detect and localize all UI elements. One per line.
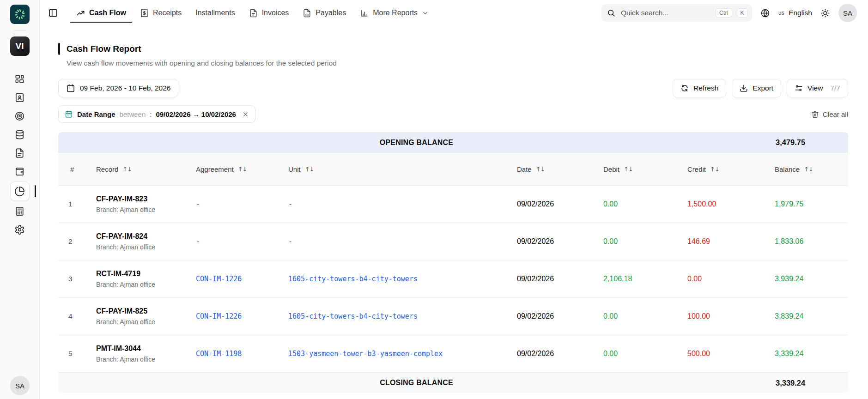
tab-invoices[interactable]: Invoices xyxy=(242,0,296,26)
sidebar-item-dashboard[interactable] xyxy=(10,70,30,88)
sidebar-item-settings[interactable] xyxy=(10,220,30,239)
table-row: 2 CF-PAY-IM-824 Branch: Ajman office - -… xyxy=(58,223,848,260)
sidebar-item-wallet[interactable] xyxy=(10,162,30,181)
agreement-link[interactable]: - xyxy=(196,200,288,208)
agreement-link[interactable]: - xyxy=(196,237,288,246)
closing-balance-label: CLOSING BALANCE xyxy=(58,379,775,387)
sidebar-nav xyxy=(10,70,30,239)
globe-button[interactable] xyxy=(760,8,770,18)
date-range-button[interactable]: 09 Feb, 2026 - 10 Feb, 2026 xyxy=(58,79,178,97)
sidebar-item-documents[interactable] xyxy=(10,144,30,162)
wallet-icon xyxy=(14,166,25,177)
refresh-button[interactable]: Refresh xyxy=(673,79,726,97)
app-logo[interactable] xyxy=(10,5,30,24)
sidebar-item-database[interactable] xyxy=(10,125,30,144)
calculator-icon xyxy=(14,206,25,217)
closing-balance-value: 3,339.24 xyxy=(775,379,848,387)
tab-label: Cash Flow xyxy=(89,9,126,17)
user-avatar[interactable]: SA xyxy=(838,4,857,22)
title-block: Cash Flow Report View cash flow movement… xyxy=(58,43,848,67)
view-button[interactable]: View 7/7 xyxy=(787,79,848,97)
tab-receipts[interactable]: Receipts xyxy=(133,0,188,26)
unit-link[interactable]: - xyxy=(288,200,517,208)
record-cell: RCT-IM-4719 Branch: Ajman office xyxy=(96,270,196,288)
quick-search[interactable]: Ctrl K xyxy=(601,4,752,22)
column-header-debit[interactable]: Debit↑↓ xyxy=(603,165,687,173)
column-header-unit[interactable]: Unit↑↓ xyxy=(288,165,517,173)
unit-link[interactable]: 1503-yasmeen-tower-b3-yasmeen-complex xyxy=(288,350,517,358)
search-input[interactable] xyxy=(620,8,711,18)
filter-value: 09/02/2026 → 10/02/2026 xyxy=(156,110,236,118)
table-row: 4 CF-PAY-IM-825 Branch: Ajman office CON… xyxy=(58,297,848,335)
sidebar-item-target[interactable] xyxy=(10,107,30,125)
globe-icon xyxy=(760,8,770,18)
language-selector[interactable]: us English xyxy=(778,9,812,17)
column-header-credit[interactable]: Credit↑↓ xyxy=(687,165,775,173)
tab-label: Receipts xyxy=(153,9,182,17)
sidebar-toggle-button[interactable] xyxy=(48,8,58,18)
record-branch: Branch: Ajman office xyxy=(96,281,196,288)
date-range-label: 09 Feb, 2026 - 10 Feb, 2026 xyxy=(80,84,170,92)
report-tabs: Cash Flow Receipts Installments xyxy=(69,0,436,26)
table-row: 5 PMT-IM-3044 Branch: Ajman office CON-I… xyxy=(58,335,848,372)
workspace-logo[interactable]: VI xyxy=(10,36,30,56)
row-index: 1 xyxy=(58,200,96,208)
date-cell: 09/02/2026 xyxy=(517,350,603,358)
column-header-agreement[interactable]: Aggreement↑↓ xyxy=(196,165,288,173)
swirl-logo-icon xyxy=(13,7,27,21)
clear-all-label: Clear all xyxy=(823,110,848,118)
controls-row: 09 Feb, 2026 - 10 Feb, 2026 Refresh xyxy=(58,79,848,97)
row-index: 2 xyxy=(58,237,96,246)
sidebar-avatar[interactable]: SA xyxy=(10,376,30,395)
clear-all-button[interactable]: Clear all xyxy=(811,110,848,118)
filter-field: Date Range xyxy=(77,110,115,118)
contacts-icon xyxy=(14,92,25,103)
agreement-link[interactable]: CON-IM-1226 xyxy=(196,312,288,320)
page-content: Cash Flow Report View cash flow movement… xyxy=(40,26,868,393)
sliders-icon xyxy=(795,84,803,92)
theme-toggle-button[interactable] xyxy=(820,8,830,18)
agreement-link[interactable]: CON-IM-1226 xyxy=(196,275,288,283)
credit-cell: 146.69 xyxy=(687,237,775,246)
column-header-date[interactable]: Date↑↓ xyxy=(517,165,603,173)
record-code: RCT-IM-4719 xyxy=(96,270,196,278)
balance-cell: 1,979.75 xyxy=(775,200,848,208)
debit-cell: 0.00 xyxy=(603,312,687,320)
sidebar-item-contacts[interactable] xyxy=(10,88,30,107)
unit-link[interactable]: 1605-city-towers-b4-city-towers xyxy=(288,275,517,283)
sort-icon: ↑↓ xyxy=(238,166,247,173)
sidebar-item-calculator[interactable] xyxy=(10,202,30,220)
column-header-balance[interactable]: Balance↑↓ xyxy=(775,165,848,173)
record-cell: CF-PAY-IM-823 Branch: Ajman office xyxy=(96,195,196,213)
balance-cell: 3,939.24 xyxy=(775,275,848,283)
credit-cell: 100.00 xyxy=(687,312,775,320)
tab-cash-flow[interactable]: Cash Flow xyxy=(69,0,133,26)
close-icon xyxy=(242,111,249,118)
refresh-label: Refresh xyxy=(693,84,718,92)
export-label: Export xyxy=(753,84,773,92)
database-icon xyxy=(14,129,25,140)
tab-more-reports[interactable]: More Reports xyxy=(353,0,436,26)
agreement-link[interactable]: CON-IM-1198 xyxy=(196,350,288,358)
date-cell: 09/02/2026 xyxy=(517,275,603,283)
panel-left-icon xyxy=(48,8,58,18)
tab-installments[interactable]: Installments xyxy=(188,0,242,26)
title-accent-bar xyxy=(58,43,60,55)
view-count: 7/7 xyxy=(830,84,840,92)
unit-link[interactable]: - xyxy=(288,237,517,246)
date-range-filter-chip[interactable]: Date Range between : 09/02/2026 → 10/02/… xyxy=(58,105,255,123)
sidebar-item-reports[interactable] xyxy=(10,181,30,201)
balance-cell: 1,833.06 xyxy=(775,237,848,246)
unit-link[interactable]: 1605-city-towers-b4-city-towers xyxy=(288,312,517,320)
tab-payables[interactable]: Payables xyxy=(296,0,353,26)
view-label: View xyxy=(807,84,823,92)
remove-filter-button[interactable] xyxy=(242,111,249,118)
tab-label: More Reports xyxy=(373,9,418,17)
balance-cell: 3,839.24 xyxy=(775,312,848,320)
export-button[interactable]: Export xyxy=(732,79,781,97)
download-icon xyxy=(740,84,748,92)
column-header-record[interactable]: Record↑↓ xyxy=(96,165,196,173)
record-code: CF-PAY-IM-824 xyxy=(96,232,196,241)
sort-icon: ↑↓ xyxy=(305,166,314,173)
kbd-ctrl: Ctrl xyxy=(716,8,732,18)
